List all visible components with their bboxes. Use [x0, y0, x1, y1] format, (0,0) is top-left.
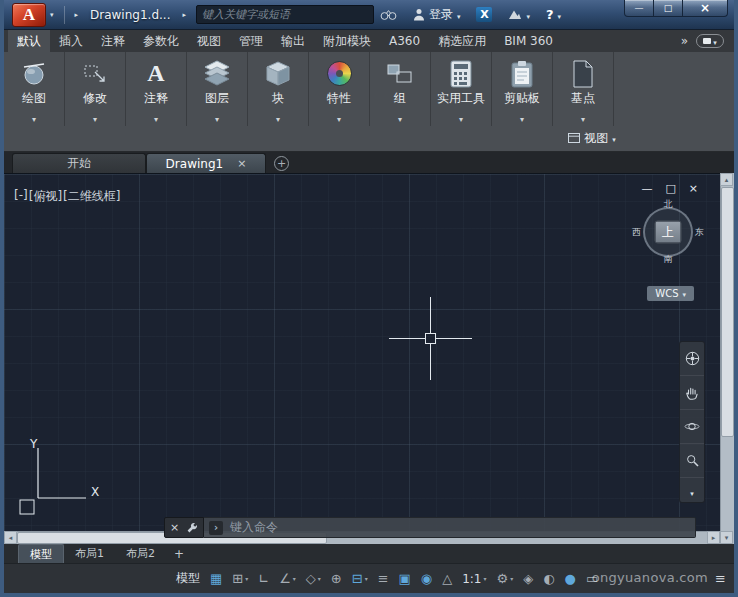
viewcube-south[interactable]: 南	[664, 253, 673, 266]
new-drawing-button[interactable]: +	[274, 156, 289, 171]
minimize-button[interactable]: —	[624, 0, 654, 17]
lineweight-icon: ≡	[378, 572, 389, 585]
vertical-scroll-thumb[interactable]	[721, 187, 734, 437]
drawing-close-icon[interactable]: ×	[689, 182, 698, 195]
navbar-more-icon[interactable]	[680, 478, 704, 502]
panel-groups[interactable]: 组	[370, 52, 431, 126]
close-button[interactable]: ×	[682, 0, 728, 17]
scroll-up-icon[interactable]: ▴	[720, 173, 733, 186]
status-isodraft-toggle[interactable]: ◇	[306, 572, 321, 586]
isodraft-caret-icon[interactable]	[316, 572, 321, 586]
object-snap-caret-icon[interactable]	[363, 572, 368, 586]
status-model-toggle[interactable]: 模型	[176, 570, 200, 587]
drawing-restore-icon[interactable]: □	[665, 182, 675, 195]
ribbon-tab-overflow-icon[interactable]: »	[675, 30, 694, 52]
status-annotation-scale-button[interactable]: 1:1	[462, 572, 486, 586]
status-annotation-visibility-toggle[interactable]: ◉	[421, 572, 432, 585]
app-menu-caret-icon[interactable]	[50, 11, 54, 19]
ribbon-tab-manage[interactable]: 管理	[230, 30, 272, 52]
panel-layers[interactable]: 图层	[187, 52, 248, 126]
navigation-wheel-icon[interactable]	[680, 342, 704, 376]
wcs-dropdown[interactable]: WCS	[647, 286, 694, 301]
file-tab-drawing1[interactable]: Drawing1 ×	[146, 153, 266, 173]
exchange-apps-button[interactable]: X	[476, 7, 492, 22]
ribbon-tab-home[interactable]: 默认	[8, 30, 50, 52]
status-polar-toggle[interactable]: ∠	[279, 572, 296, 586]
viewport-menu-control[interactable]: [-]	[14, 188, 28, 205]
sign-in-button[interactable]: 登录	[413, 6, 461, 23]
annotation-scale-caret-icon[interactable]	[482, 572, 487, 586]
status-grid-toggle[interactable]: ▦	[210, 572, 222, 585]
command-line[interactable]: × › 键入命令	[164, 517, 696, 538]
a360-connect-button[interactable]	[508, 8, 530, 22]
help-button[interactable]: ?	[546, 7, 561, 22]
workspace-caret-icon[interactable]	[508, 572, 513, 586]
panel-draw[interactable]: 绘图	[4, 52, 65, 126]
file-tab-start[interactable]: 开始	[12, 153, 146, 173]
ribbon-tab-featured-apps[interactable]: 精选应用	[429, 30, 495, 52]
search-binoculars-icon[interactable]	[380, 9, 397, 21]
view-panel-title[interactable]: 视图	[560, 128, 624, 148]
status-isolate-objects-button[interactable]: ◐	[543, 572, 554, 585]
status-ortho-toggle[interactable]: ∟	[258, 572, 269, 585]
command-input[interactable]: › 键入命令	[204, 517, 696, 538]
layout-tab-model[interactable]: 模型	[18, 544, 64, 563]
search-input[interactable]	[202, 8, 368, 21]
viewcube-north[interactable]: 北	[664, 198, 673, 211]
help-search-field[interactable]	[196, 5, 374, 24]
ribbon-tab-addins[interactable]: 附加模块	[314, 30, 380, 52]
qat-overflow-icon[interactable]	[75, 11, 79, 19]
viewcube-east[interactable]: 东	[695, 226, 704, 239]
viewcube-west[interactable]: 西	[632, 226, 641, 239]
command-close-icon[interactable]: ×	[170, 521, 179, 534]
status-annotation-autoscale-toggle[interactable]: △	[442, 572, 452, 585]
orbit-icon[interactable]	[680, 410, 704, 444]
ribbon-display-toggle-button[interactable]	[696, 34, 724, 48]
panel-clipboard[interactable]: 剪贴板	[492, 52, 553, 126]
status-osnap-tracking-toggle[interactable]: ⊕	[331, 572, 342, 585]
viewport-view-control[interactable]: [俯视]	[29, 188, 62, 205]
snap-caret-icon[interactable]	[243, 572, 248, 586]
ribbon-tab-parametric[interactable]: 参数化	[134, 30, 188, 52]
ribbon-tab-output[interactable]: 输出	[272, 30, 314, 52]
pan-icon[interactable]	[680, 376, 704, 410]
panel-block[interactable]: 块	[248, 52, 309, 126]
ribbon-tab-view[interactable]: 视图	[188, 30, 230, 52]
drawing-canvas[interactable]: [-] [俯视] [二维线框] — □ × 北 南 西 东 上 WCS	[4, 173, 720, 544]
drawing-minimize-icon[interactable]: —	[641, 182, 652, 195]
status-lineweight-toggle[interactable]: ≡	[378, 572, 389, 585]
status-annotation-monitor-toggle[interactable]: ◈	[523, 572, 533, 585]
status-selection-cycling-toggle[interactable]: ▣	[399, 572, 411, 585]
maximize-button[interactable]: □	[654, 0, 682, 17]
panel-annotate[interactable]: A 注释	[126, 52, 187, 126]
ribbon-tab-insert[interactable]: 插入	[50, 30, 92, 52]
app-menu-button[interactable]: A	[12, 3, 46, 27]
ribbon-tab-bim360[interactable]: BIM 360	[495, 30, 562, 52]
status-workspace-switcher[interactable]: ⚙	[497, 572, 514, 586]
scroll-right-icon[interactable]: ▸	[707, 531, 720, 544]
scroll-left-icon[interactable]: ◂	[4, 531, 17, 544]
polar-caret-icon[interactable]	[291, 572, 296, 586]
file-tab-close-icon[interactable]: ×	[237, 157, 246, 170]
panel-basepoint[interactable]: 基点	[553, 52, 614, 126]
viewcube-top-face[interactable]: 上	[655, 221, 682, 244]
ribbon-tab-a360[interactable]: A360	[380, 30, 429, 52]
ribbon-tab-annotate[interactable]: 注释	[92, 30, 134, 52]
status-object-snap-toggle[interactable]: ⊟	[352, 572, 368, 586]
layout-tab-layout2[interactable]: 布局2	[115, 544, 166, 563]
panel-utilities[interactable]: 实用工具	[431, 52, 492, 126]
panel-modify[interactable]: 修改	[65, 52, 126, 126]
scroll-down-icon[interactable]: ▾	[720, 531, 733, 544]
zoom-icon[interactable]	[680, 444, 704, 478]
viewport-visual-style-control[interactable]: [二维线框]	[63, 188, 120, 205]
status-customize-button[interactable]: ≡	[715, 572, 726, 585]
vertical-scrollbar[interactable]: ▴ ▾	[720, 173, 734, 544]
layout-tab-layout1[interactable]: 布局1	[64, 544, 115, 563]
status-snap-toggle[interactable]: ⊞	[232, 572, 248, 586]
command-prompt-icon[interactable]: ›	[209, 521, 223, 535]
panel-properties[interactable]: 特性	[309, 52, 370, 126]
search-collapse-icon[interactable]	[182, 11, 186, 19]
status-graphics-performance-toggle[interactable]: ●	[565, 572, 576, 585]
command-customize-wrench-icon[interactable]	[186, 522, 198, 534]
new-layout-button[interactable]: +	[166, 544, 192, 563]
